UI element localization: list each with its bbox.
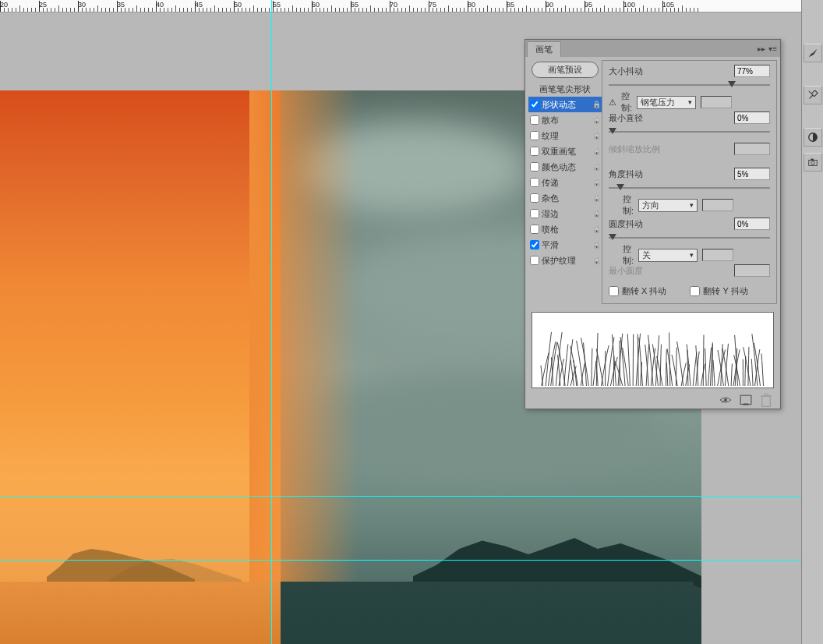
svg-rect-3 [811, 159, 814, 161]
option-杂色[interactable]: 杂色🔒 [528, 190, 602, 206]
option-checkbox[interactable] [530, 115, 539, 125]
tools-icon[interactable] [804, 86, 822, 104]
tab-brush[interactable]: 画笔 [527, 41, 561, 57]
lock-icon[interactable]: 🔒 [592, 194, 600, 202]
flip-y-checkbox[interactable]: 翻转 Y 抖动 [690, 285, 747, 297]
option-checkbox[interactable] [530, 162, 539, 172]
option-双重画笔[interactable]: 双重画笔🔒 [528, 143, 602, 159]
control2-label: 控制: [623, 193, 634, 217]
size-jitter-slider[interactable] [609, 80, 770, 90]
option-checkbox[interactable] [530, 131, 539, 140]
angle-jitter-slider[interactable] [609, 182, 770, 193]
option-颜色动态[interactable]: 颜色动态🔒 [528, 159, 602, 175]
min-roundness-label: 最小圆度 [609, 265, 729, 277]
option-checkbox[interactable] [530, 240, 539, 249]
option-checkbox[interactable] [530, 256, 539, 265]
brush-panel-icon[interactable] [804, 44, 822, 62]
new-preset-icon[interactable] [740, 395, 752, 405]
min-roundness-value [734, 264, 770, 277]
option-湿边[interactable]: 湿边🔒 [528, 206, 602, 221]
lock-icon[interactable]: 🔒 [592, 132, 600, 140]
toggle-preview-icon[interactable] [719, 395, 732, 405]
brush-tip-shape-header[interactable]: 画笔笔尖形状 [528, 81, 602, 97]
option-label: 杂色 [542, 193, 590, 204]
option-label: 平滑 [542, 239, 590, 251]
right-toolbar [801, 0, 823, 644]
option-label: 传递 [542, 177, 590, 189]
option-checkbox[interactable] [530, 225, 539, 234]
min-diameter-slider[interactable] [609, 126, 770, 137]
guide-horizontal-1[interactable] [0, 496, 801, 497]
lock-icon[interactable]: 🔒 [592, 116, 600, 124]
option-checkbox[interactable] [530, 178, 539, 187]
roundness-jitter-slider[interactable] [609, 232, 770, 243]
option-平滑[interactable]: 平滑🔒 [528, 237, 602, 253]
svg-rect-7 [762, 396, 771, 406]
option-label: 喷枪 [542, 224, 590, 235]
warning-icon: ⚠ [609, 97, 616, 108]
option-label: 双重画笔 [542, 146, 590, 157]
lock-icon[interactable]: 🔒 [592, 147, 600, 155]
angle-jitter-label: 角度抖动 [609, 168, 729, 180]
flip-x-checkbox[interactable]: 翻转 X 抖动 [609, 285, 666, 297]
option-保护纹理[interactable]: 保护纹理🔒 [528, 253, 602, 268]
lock-icon[interactable]: 🔒 [592, 179, 600, 186]
horizontal-ruler: 20253035404550556065707580859095100105 [0, 0, 801, 12]
option-checkbox[interactable] [530, 100, 539, 109]
mountain-reflection [694, 582, 701, 621]
control1-dropdown[interactable]: 钢笔压力 [637, 96, 696, 109]
panel-menu-icon[interactable]: ▾≡ [768, 44, 777, 53]
image-blend-transition [249, 90, 359, 644]
lock-icon[interactable]: 🔒 [592, 101, 600, 108]
size-jitter-label: 大小抖动 [609, 65, 729, 77]
option-label: 保护纹理 [542, 255, 590, 267]
option-checkbox[interactable] [530, 147, 539, 156]
size-jitter-value[interactable] [734, 65, 770, 77]
water-right [281, 582, 701, 644]
option-喷枪[interactable]: 喷枪🔒 [528, 221, 602, 237]
control3-dropdown[interactable]: 关 [638, 249, 698, 262]
option-传递[interactable]: 传递🔒 [528, 175, 602, 190]
option-label: 湿边 [542, 208, 590, 220]
min-diameter-value[interactable] [734, 111, 770, 124]
option-checkbox[interactable] [530, 193, 539, 203]
panel-tabs: 画笔 ▸▸ ▾≡ [525, 40, 780, 57]
svg-rect-5 [740, 395, 751, 404]
lock-icon[interactable]: 🔒 [592, 257, 600, 264]
svg-rect-6 [744, 404, 749, 405]
camera-icon[interactable] [804, 153, 822, 172]
color-swatch-icon[interactable] [804, 128, 822, 147]
lock-icon[interactable]: 🔒 [592, 163, 600, 171]
guide-horizontal-2[interactable] [0, 560, 801, 561]
control2-dropdown[interactable]: 方向 [638, 199, 698, 212]
control3-value-box [702, 249, 733, 261]
trash-icon[interactable] [760, 395, 772, 405]
svg-point-2 [811, 161, 814, 165]
option-label: 散布 [542, 115, 590, 126]
brush-options-list: 画笔预设 画笔笔尖形状 形状动态🔒散布🔒纹理🔒双重画笔🔒颜色动态🔒传递🔒杂色🔒湿… [528, 60, 602, 304]
panel-footer [525, 391, 780, 409]
angle-jitter-value[interactable] [734, 168, 770, 180]
roundness-jitter-label: 圆度抖动 [609, 218, 729, 230]
control1-value-box [701, 96, 732, 108]
lock-icon[interactable]: 🔒 [592, 225, 600, 233]
option-纹理[interactable]: 纹理🔒 [528, 128, 602, 143]
tilt-scale-value [734, 143, 770, 155]
option-label: 形状动态 [542, 99, 590, 111]
tilt-scale-label: 倾斜缩放比例 [609, 143, 729, 155]
option-checkbox[interactable] [530, 209, 539, 218]
option-label: 颜色动态 [542, 161, 590, 173]
lock-icon[interactable]: 🔒 [592, 210, 600, 218]
brush-preview [532, 312, 774, 388]
roundness-jitter-value[interactable] [734, 218, 770, 230]
guide-vertical[interactable] [271, 0, 272, 644]
brush-panel: 画笔 ▸▸ ▾≡ 画笔预设 画笔笔尖形状 形状动态🔒散布🔒纹理🔒双重画笔🔒颜色动… [525, 39, 781, 409]
brush-presets-button[interactable]: 画笔预设 [532, 62, 599, 78]
water-left [0, 582, 281, 644]
option-label: 纹理 [542, 130, 590, 142]
option-形状动态[interactable]: 形状动态🔒 [528, 97, 602, 112]
min-diameter-label: 最小直径 [609, 112, 729, 124]
panel-collapse-icon[interactable]: ▸▸ [758, 44, 765, 53]
option-散布[interactable]: 散布🔒 [528, 112, 602, 128]
lock-icon[interactable]: 🔒 [592, 241, 600, 249]
